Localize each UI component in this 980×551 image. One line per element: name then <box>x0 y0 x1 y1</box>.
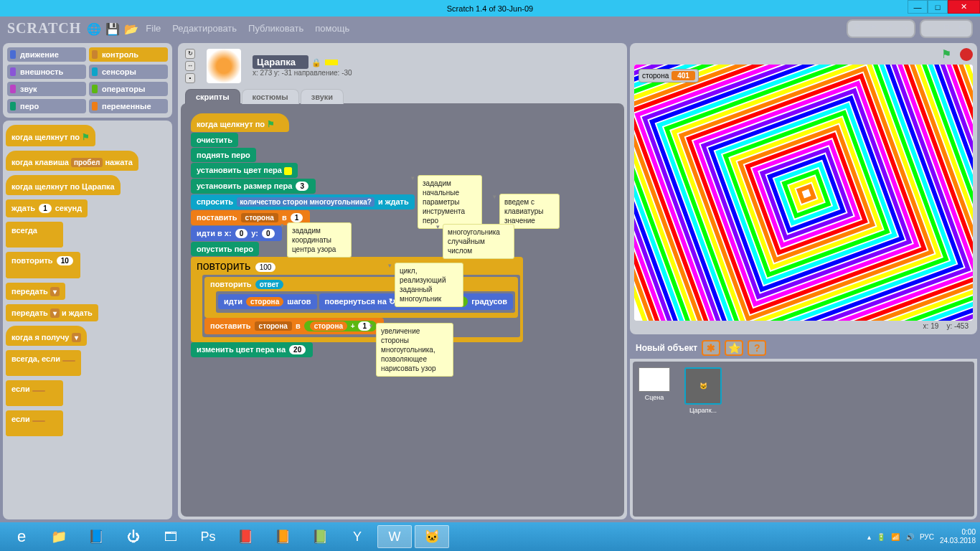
block-set-pen-color[interactable]: установить цвет пера <box>191 163 298 178</box>
sprite-thumbnail[interactable] <box>207 49 241 83</box>
category-motion[interactable]: движение <box>7 47 86 62</box>
random-sprite-button[interactable]: ? <box>748 340 766 356</box>
globe-icon[interactable]: 🌐 <box>87 22 100 35</box>
palette-forever-if[interactable]: всегда, если <box>6 350 81 376</box>
task-app2[interactable]: 🗔 <box>154 525 188 548</box>
color-swatch[interactable] <box>284 167 292 175</box>
menu-file[interactable]: File <box>143 23 164 34</box>
maximize-button[interactable]: □ <box>928 0 948 14</box>
palette-broadcast-wait[interactable]: передать ▾ и ждать <box>6 304 98 321</box>
category-control[interactable]: контроль <box>89 47 168 62</box>
block-repeat-outer[interactable]: повторить 100 повторить ответ идти сторо… <box>191 257 523 342</box>
menu-help[interactable]: помощь <box>312 23 352 34</box>
palette-if[interactable]: если <box>6 380 63 406</box>
variable-monitor[interactable]: сторона 401 <box>639 69 699 83</box>
small-stage-icon[interactable]: ▫ <box>924 22 937 35</box>
category-sound[interactable]: звук <box>7 82 86 96</box>
normal-stage-icon[interactable]: ◻ <box>940 22 953 35</box>
comment-4[interactable]: зададим координаты центра узора <box>287 222 352 258</box>
tray-network-icon[interactable]: 📶 <box>891 533 900 541</box>
category-operators[interactable]: операторы <box>89 82 168 96</box>
palette-when-sprite[interactable]: когда щелкнут по Царапка <box>6 175 121 195</box>
task-app3[interactable]: 📕 <box>228 525 263 548</box>
script-stack[interactable]: когда щелкнут по ⚑ очистить поднять перо… <box>191 113 614 357</box>
tab-costumes[interactable]: костюмы <box>242 89 299 104</box>
comment-3[interactable]: многоугольника случайным числом <box>443 224 514 259</box>
block-set-var2[interactable]: поставить сторона в сторона + 1 <box>204 318 384 334</box>
comment-6[interactable]: увеличение стороны многоугольника, позво… <box>376 323 453 377</box>
tray-battery-icon[interactable]: 🔋 <box>877 533 885 541</box>
task-app1[interactable]: 📘 <box>79 525 113 548</box>
rotate-lr-icon[interactable]: ↔ <box>185 61 195 71</box>
palette-when-flag[interactable]: когда щелкнут по ⚑ <box>6 125 95 146</box>
block-palette[interactable]: когда щелкнут по ⚑ когда клавиша пробел … <box>3 121 172 519</box>
block-clear[interactable]: очистить <box>191 133 238 147</box>
present-icon[interactable]: ▭ <box>956 22 969 35</box>
block-pen-up[interactable]: поднять перо <box>191 148 256 162</box>
task-scratch[interactable]: 🐱 <box>415 525 449 548</box>
comment-5[interactable]: цикл, реализующий заданный многоульник <box>395 263 463 307</box>
menu-publish[interactable]: Публиковать <box>245 23 306 34</box>
palette-when-receive[interactable]: когда я получу ▾ <box>6 326 87 346</box>
paint-sprite-button[interactable]: ✱ <box>702 340 720 356</box>
shrink-icon[interactable]: ⤡ <box>898 22 911 35</box>
tray-volume-icon[interactable]: 🔊 <box>905 533 914 541</box>
stage-item[interactable]: Сцена <box>639 367 670 401</box>
task-excel[interactable]: 📗 <box>303 525 337 548</box>
tab-scripts[interactable]: скрипты <box>185 89 240 104</box>
comment-1[interactable]: зададим начальные параметры инструмента … <box>418 175 482 229</box>
taskbar[interactable]: e 📁 📘 ⏻ 🗔 Ps 📕 📙 📗 Y W 🐱 ▴ 🔋 📶 🔊 РУС 0:0… <box>0 522 980 551</box>
block-pen-down[interactable]: опустить перо <box>191 242 259 256</box>
block-repeat-inner[interactable]: повторить ответ идти сторона шагов повер… <box>204 277 518 318</box>
block-ask[interactable]: спросить количество сторон многоугольник… <box>191 194 415 209</box>
task-word[interactable]: W <box>377 525 412 548</box>
rotate-free-icon[interactable]: ↻ <box>185 49 195 59</box>
export-icon[interactable] <box>325 60 338 65</box>
green-flag-button[interactable]: ⚑ <box>941 47 956 62</box>
choose-sprite-button[interactable]: ⭐ <box>725 340 743 356</box>
tray-clock[interactable]: 0:00 24.03.2018 <box>940 528 976 545</box>
block-categories: движение контроль внешность сенсоры звук… <box>3 43 172 118</box>
task-power[interactable]: ⏻ <box>116 525 151 548</box>
palette-repeat[interactable]: повторить 10 <box>6 252 80 278</box>
tab-sounds[interactable]: звуки <box>301 89 344 104</box>
task-ie[interactable]: e <box>4 525 39 548</box>
sprite-item[interactable]: 🐱 Царапк... <box>684 367 722 414</box>
category-variables[interactable]: переменные <box>89 99 168 113</box>
palette-forever[interactable]: всегда <box>6 222 63 248</box>
stage-canvas <box>634 65 973 321</box>
block-move[interactable]: идти сторона шагов <box>218 294 317 309</box>
save-icon[interactable]: 💾 <box>105 22 118 35</box>
close-button[interactable]: ✕ <box>948 0 980 14</box>
task-yandex[interactable]: Y <box>340 525 374 548</box>
block-change-pen-color[interactable]: изменить цвет пера на 20 <box>191 342 313 357</box>
minimize-button[interactable]: — <box>908 0 928 14</box>
sprite-name[interactable]: Царапка <box>253 55 308 69</box>
category-pen[interactable]: перо <box>7 99 86 113</box>
grow-icon[interactable]: ⤢ <box>882 22 895 35</box>
stamp-icon[interactable]: ⧉ <box>851 22 864 35</box>
palette-broadcast[interactable]: передать ▾ <box>6 283 65 300</box>
scissors-icon[interactable]: ✂ <box>867 22 880 35</box>
palette-if2[interactable]: если <box>6 410 63 436</box>
open-icon[interactable]: 📂 <box>124 22 137 35</box>
task-powerpoint[interactable]: 📙 <box>265 525 300 548</box>
block-when-flag[interactable]: когда щелкнут по ⚑ <box>191 113 289 132</box>
task-photoshop[interactable]: Ps <box>191 525 225 548</box>
palette-wait[interactable]: ждать 1 секунд <box>6 199 88 217</box>
tray-flag-icon[interactable]: ▴ <box>867 533 871 541</box>
category-sensing[interactable]: сенсоры <box>89 65 168 79</box>
task-explorer[interactable]: 📁 <box>42 525 76 548</box>
stop-button[interactable] <box>960 48 973 61</box>
stage[interactable]: сторона 401 <box>634 65 973 321</box>
rotate-none-icon[interactable]: • <box>185 73 195 83</box>
tray-lang[interactable]: РУС <box>920 533 934 541</box>
lock-icon[interactable]: 🔒 <box>311 58 321 67</box>
category-looks[interactable]: внешность <box>7 65 86 79</box>
palette-when-key[interactable]: когда клавиша пробел нажата <box>6 151 138 171</box>
block-set-pen-size[interactable]: установить размер пера 3 <box>191 179 316 194</box>
sprites-list[interactable]: Сцена 🐱 Царапк... <box>633 362 974 517</box>
block-goto[interactable]: идти в x: 0 y: 0 <box>191 226 282 241</box>
menu-edit[interactable]: Редактировать <box>169 23 240 34</box>
scripts-area[interactable]: когда щелкнут по ⚑ очистить поднять перо… <box>181 103 624 517</box>
